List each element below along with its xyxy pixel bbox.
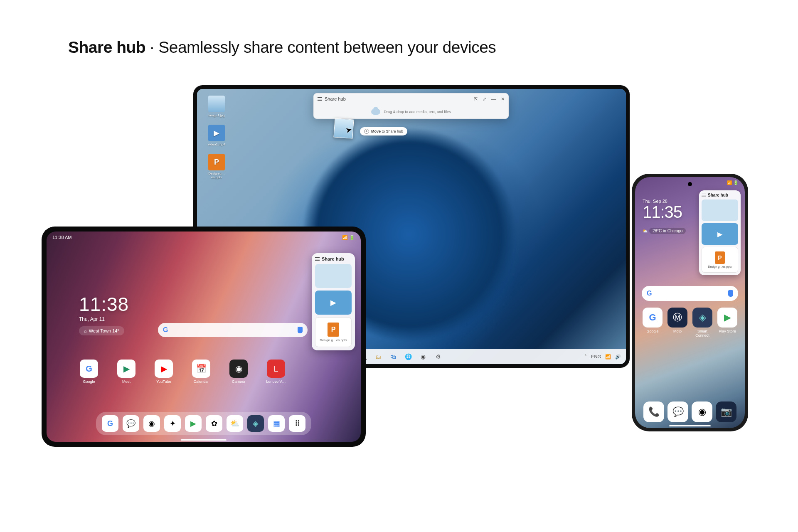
weather-icon: ⌂ xyxy=(84,328,87,333)
dock-messages[interactable]: 💬 xyxy=(667,401,688,422)
dock-play[interactable]: ▶ xyxy=(185,415,202,432)
minimize-button[interactable]: — xyxy=(491,96,496,102)
app-moto[interactable]: ⓂMoto xyxy=(667,308,688,337)
share-hub-hint: Drag & drop to add media, text, and file… xyxy=(384,110,451,114)
google-logo-icon: G xyxy=(163,326,168,334)
tray-volume-icon[interactable]: 🔊 xyxy=(615,354,621,360)
heading-sep: · xyxy=(145,38,158,56)
share-hub-window[interactable]: Share hub ⇱ ⤢ — ✕ Drag & drop to add med… xyxy=(313,93,509,119)
weather-text: West Town 14° xyxy=(89,328,119,333)
app-label: Moto xyxy=(667,329,688,333)
pptx-icon: P xyxy=(715,251,725,264)
app-camera[interactable]: ◉Camera xyxy=(229,360,249,384)
tray-chevron-icon[interactable]: ˄ xyxy=(584,354,587,360)
phone-dock: 📞 💬 ◉ 📷 xyxy=(642,401,738,422)
share-item-image[interactable] xyxy=(702,200,738,221)
share-item-filename: Design g…es.pptx xyxy=(320,338,347,342)
mic-icon[interactable] xyxy=(728,290,733,297)
phone-clock-widget[interactable]: Thu, Sep 28 11:35 xyxy=(643,199,682,220)
taskbar-explorer-icon[interactable]: 🗂 xyxy=(374,352,383,361)
share-item-video[interactable]: ▶ xyxy=(315,291,352,315)
share-hub-dropzone[interactable]: Drag & drop to add media, text, and file… xyxy=(314,104,508,119)
tablet-app-row: GGoogle ▶Meet ▶YouTube 📅Calendar ◉Camera… xyxy=(79,360,286,384)
dock-apps[interactable]: ⠿ xyxy=(289,415,305,432)
share-item-file[interactable]: P Design g…es.pptx xyxy=(702,247,738,273)
app-play-store[interactable]: ▶Play Store xyxy=(717,308,738,337)
taskbar-edge-icon[interactable]: 🌐 xyxy=(404,352,413,361)
dock-messages[interactable]: 💬 xyxy=(123,415,139,432)
share-hub-title: Share hub xyxy=(708,193,728,197)
app-label: Google xyxy=(79,379,99,384)
app-google[interactable]: GGoogle xyxy=(79,360,99,384)
expand-button[interactable]: ⤢ xyxy=(483,96,486,102)
dock-chrome[interactable]: ◉ xyxy=(143,415,160,432)
drag-tooltip: + Move to Share hub xyxy=(360,127,407,135)
desktop-icon-label: Design g…es.pptx xyxy=(205,172,228,179)
hamburger-icon[interactable] xyxy=(702,194,706,197)
status-icons: 📶 🔋 xyxy=(727,180,738,185)
taskbar-settings-icon[interactable]: ⚙ xyxy=(433,352,443,361)
tablet-dock: G 💬 ◉ ✦ ▶ ✿ ⛅ ◈ ▦ ⠿ xyxy=(96,412,311,435)
app-label: YouTube xyxy=(154,379,174,384)
video-thumb-icon: ▶ xyxy=(208,125,225,141)
status-time: 11:38 AM xyxy=(52,235,71,240)
taskbar-store-icon[interactable]: 🛍 xyxy=(389,352,398,361)
dock-chrome[interactable]: ◉ xyxy=(692,401,712,422)
clock-time: 11:35 xyxy=(643,204,682,220)
pptx-icon: P xyxy=(208,154,225,170)
dock-assistant[interactable]: ✦ xyxy=(164,415,181,432)
tablet-clock-widget[interactable]: 11:38 Thu, Apr 11 xyxy=(79,293,129,322)
phone-share-hub-panel[interactable]: Share hub ▶ P Design g…es.pptx xyxy=(699,190,741,275)
phone-search-bar[interactable]: G xyxy=(642,286,738,301)
share-hub-titlebar[interactable]: Share hub ⇱ ⤢ — ✕ xyxy=(314,94,508,104)
app-calendar[interactable]: 📅Calendar xyxy=(191,360,211,384)
tray-wifi-icon[interactable]: 📶 xyxy=(605,354,611,360)
dock-smartconnect[interactable]: ◈ xyxy=(247,415,264,432)
share-item-image[interactable] xyxy=(315,264,352,288)
plus-icon: + xyxy=(364,129,369,134)
dock-files[interactable]: ▦ xyxy=(268,415,285,432)
phone-device: 📶 🔋 Thu, Sep 28 11:35 ⛅28°C in Chicago G… xyxy=(632,174,748,431)
desktop-icon-pptx[interactable]: P Design g…es.pptx xyxy=(205,154,228,179)
phone-status-bar: 📶 🔋 xyxy=(642,180,738,185)
tooltip-dest: to Share hub xyxy=(381,129,403,133)
app-label: Play Store xyxy=(717,329,738,333)
tablet-nav-handle[interactable] xyxy=(181,439,227,441)
app-google[interactable]: GGoogle xyxy=(642,308,663,337)
hamburger-icon[interactable] xyxy=(318,97,322,101)
app-label: Calendar xyxy=(191,379,211,384)
mic-icon[interactable] xyxy=(298,327,303,333)
desktop-icon-image[interactable]: image1.jpg xyxy=(205,96,228,117)
app-label: Smart Connect xyxy=(692,329,713,337)
app-youtube[interactable]: ▶YouTube xyxy=(154,360,174,384)
share-item-video[interactable]: ▶ xyxy=(702,223,738,245)
tray-language[interactable]: ENG xyxy=(591,354,601,359)
phone-weather-chip[interactable]: ⛅28°C in Chicago xyxy=(643,228,686,234)
share-item-file[interactable]: P Design g…es.pptx xyxy=(315,317,352,347)
share-item-filename: Design g…es.pptx xyxy=(708,265,732,268)
dock-google[interactable]: G xyxy=(102,415,118,432)
hamburger-icon[interactable] xyxy=(315,257,320,261)
dock-weather[interactable]: ⛅ xyxy=(227,415,243,432)
desktop-icon-video[interactable]: ▶ video1.mp4 xyxy=(205,125,228,146)
close-button[interactable]: ✕ xyxy=(501,96,505,102)
phone-nav-handle[interactable] xyxy=(669,425,711,426)
heading-title: Share hub xyxy=(68,38,145,56)
tablet-search-bar[interactable]: G xyxy=(158,323,308,337)
tablet-weather-chip[interactable]: ⌂ West Town 14° xyxy=(79,326,124,335)
pptx-icon: P xyxy=(328,323,339,337)
app-meet[interactable]: ▶Meet xyxy=(116,360,136,384)
dock-phone[interactable]: 📞 xyxy=(643,401,664,422)
app-lenovo[interactable]: LLenovo V… xyxy=(266,360,286,384)
cloud-icon xyxy=(371,109,380,115)
taskbar-chrome-icon[interactable]: ◉ xyxy=(419,352,428,361)
app-label: Lenovo V… xyxy=(266,379,286,384)
tablet-share-hub-panel[interactable]: Share hub ▶ P Design g…es.pptx xyxy=(312,253,355,350)
app-smart-connect[interactable]: ◈Smart Connect xyxy=(692,308,713,337)
app-label: Meet xyxy=(116,379,136,384)
dock-photos[interactable]: ✿ xyxy=(206,415,222,432)
dock-camera[interactable]: 📷 xyxy=(716,401,736,422)
pin-button[interactable]: ⇱ xyxy=(474,96,478,102)
phone-screen: 📶 🔋 Thu, Sep 28 11:35 ⛅28°C in Chicago G… xyxy=(635,177,745,428)
tablet-screen: 11:38 AM 📶 🔋 11:38 Thu, Apr 11 ⌂ West To… xyxy=(47,232,361,442)
